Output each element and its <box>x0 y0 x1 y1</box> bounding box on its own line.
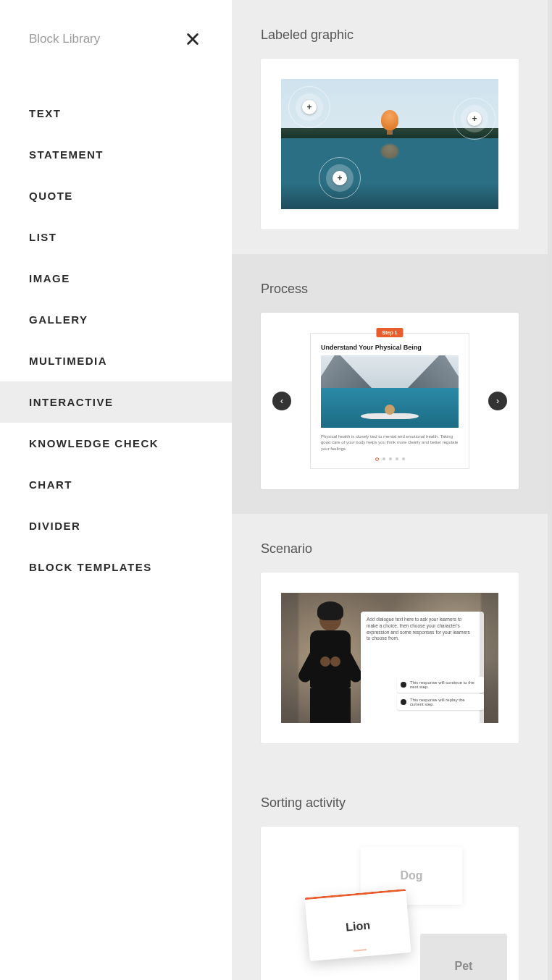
scenario-choice[interactable]: This response will replay the current st… <box>397 694 484 710</box>
mountain-graphic <box>321 355 372 388</box>
nav-item-gallery[interactable]: GALLERY <box>0 299 232 340</box>
scenario-character <box>301 600 359 723</box>
sidebar-title: Block Library <box>29 32 100 46</box>
character-hair-graphic <box>317 601 343 620</box>
preview-scenario: Add dialogue text here to ask your learn… <box>261 573 519 743</box>
balloon-graphic <box>381 110 398 130</box>
block-labeled-graphic[interactable]: Labeled graphic + + + <box>232 0 548 254</box>
nav-item-quote[interactable]: QUOTE <box>0 175 232 216</box>
sidebar-nav: TEXT STATEMENT QUOTE LIST IMAGE GALLERY … <box>0 93 232 588</box>
kayaker-graphic <box>385 405 395 415</box>
nav-item-text[interactable]: TEXT <box>0 93 232 134</box>
nav-item-image[interactable]: IMAGE <box>0 258 232 299</box>
character-head-graphic <box>319 603 341 630</box>
block-sorting-activity[interactable]: Sorting activity Dog Lion Pet <box>232 768 548 980</box>
nav-item-multimedia[interactable]: MULTIMEDIA <box>0 340 232 381</box>
block-process[interactable]: Process ‹ Step 1 Understand Your Physica… <box>232 254 548 514</box>
process-wrapper: ‹ Step 1 Understand Your Physical Being … <box>275 333 504 469</box>
close-icon <box>185 31 201 47</box>
plus-icon: + <box>302 100 317 114</box>
nav-item-knowledge-check[interactable]: KNOWLEDGE CHECK <box>0 423 232 464</box>
nav-item-block-templates[interactable]: BLOCK TEMPLATES <box>0 546 232 588</box>
pagination-dot[interactable] <box>396 457 398 460</box>
main-content[interactable]: Labeled graphic + + + Process <box>232 0 552 980</box>
close-button[interactable] <box>183 29 203 49</box>
hotspot-marker[interactable]: + <box>461 105 488 132</box>
plus-icon: + <box>467 111 482 126</box>
process-prev-button[interactable]: ‹ <box>272 392 291 410</box>
nav-item-interactive[interactable]: INTERACTIVE <box>0 381 232 423</box>
labeled-graphic-image: + + + <box>281 79 498 209</box>
preview-sorting: Dog Lion Pet <box>261 827 519 980</box>
character-legs-graphic <box>310 688 351 723</box>
block-title: Labeled graphic <box>261 28 519 43</box>
process-step-image <box>321 355 459 428</box>
hotspot-marker[interactable]: + <box>296 93 323 121</box>
block-title: Sorting activity <box>261 795 519 811</box>
character-hand-graphic <box>330 656 340 667</box>
character-body-graphic <box>310 630 351 688</box>
sorting-pile-pet[interactable]: Pet <box>420 934 507 980</box>
pagination-dot[interactable] <box>402 457 405 460</box>
balloon-reflection-graphic <box>381 144 398 159</box>
pagination-dot-active[interactable] <box>375 457 379 461</box>
plus-icon: + <box>333 171 347 185</box>
preview-process: ‹ Step 1 Understand Your Physical Being … <box>261 313 519 489</box>
sorting-canvas: Dog Lion Pet <box>281 841 498 980</box>
chevron-right-icon: › <box>496 396 499 406</box>
step-badge: Step 1 <box>376 328 403 337</box>
pagination-dot[interactable] <box>382 457 385 460</box>
nav-item-chart[interactable]: CHART <box>0 464 232 505</box>
chevron-left-icon: ‹ <box>280 396 283 406</box>
process-step-body: Physical health is closely tied to menta… <box>311 428 469 455</box>
character-hand-graphic <box>320 656 330 667</box>
preview-labeled-graphic: + + + <box>261 59 519 229</box>
sidebar: Block Library TEXT STATEMENT QUOTE LIST … <box>0 0 232 980</box>
sidebar-header: Block Library <box>0 29 232 93</box>
process-next-button[interactable]: › <box>488 392 507 410</box>
sorting-card-lion[interactable]: Lion <box>304 889 411 961</box>
hotspot-marker[interactable]: + <box>326 164 354 192</box>
process-step-card: Step 1 Understand Your Physical Being Ph… <box>310 333 469 469</box>
scenario-image: Add dialogue text here to ask your learn… <box>281 593 498 723</box>
pagination-dot[interactable] <box>389 457 392 460</box>
scenario-choice[interactable]: This response will continue to the next … <box>397 677 484 693</box>
block-title: Scenario <box>261 541 519 557</box>
block-title: Process <box>261 282 519 297</box>
nav-item-divider[interactable]: DIVIDER <box>0 505 232 546</box>
nav-item-list[interactable]: LIST <box>0 216 232 258</box>
block-scenario[interactable]: Scenario Add dialogue text here to ask y… <box>232 514 548 768</box>
process-pagination <box>311 455 469 461</box>
nav-item-statement[interactable]: STATEMENT <box>0 134 232 175</box>
mountain-graphic <box>408 355 459 388</box>
